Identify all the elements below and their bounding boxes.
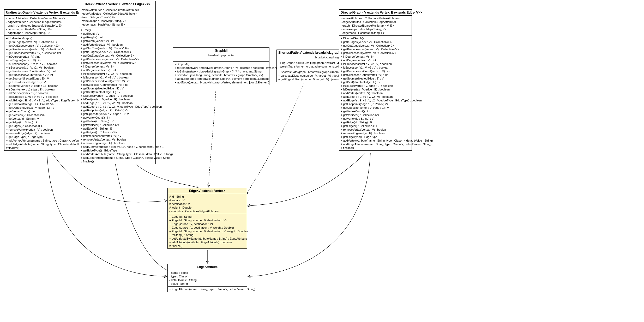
uml-member-line: + inDegree(vertex : V) : int <box>6 55 75 58</box>
uml-member-line: - graph : UndirectedSparseMultigraph<V, … <box>6 24 75 27</box>
uml-member-line: + save(file : java.lang.String, network … <box>175 73 268 77</box>
uml-member-line: - defaultValue : String <box>169 278 245 282</box>
uml-member-line: + getEdges() : Collection<E> <box>341 124 410 128</box>
uml-member-line: + getEdge(id : String) : E <box>6 120 75 124</box>
uml-member-line: + getEdge(id : String) : E <box>81 127 154 130</box>
uml-member-line: + addVertex(vertex : V) : boolean <box>81 43 154 46</box>
uml-member-line: + getPredecessors(vertex : V) : Collecti… <box>6 47 75 51</box>
uml-member-line: - tree : DelegateTree<V, E> <box>81 15 154 19</box>
uml-member-line: + Edge(source : V, destination : V) <box>169 222 245 226</box>
uml-member-line: + getVertices() : Collection<V> <box>6 113 75 117</box>
class-directed-graph: DirectedGraph<V extends Vertex, E extend… <box>339 9 412 151</box>
uml-member-line: + getSource(directedEdge : E) : V <box>81 87 154 90</box>
uml-member-line: - edgeAttributes : Collection<EdgeAttrib… <box>81 12 154 15</box>
class-title: Edge<V extends Vertex> <box>168 188 247 194</box>
uml-member-line: + getEndpoints(edge : E) : Pair<V, V> <box>81 108 154 112</box>
uml-member-line: + getPredecessors(vertex : V) : Collecti… <box>81 57 154 61</box>
uml-member-line: + getEdges() : Collection<E> <box>6 124 75 128</box>
uml-member-line: # id : String <box>169 195 245 198</box>
class-package: broadwick.graph.writer <box>173 53 269 58</box>
uml-member-line: - edgeAttributes : Collection<EdgeAttrib… <box>6 20 75 24</box>
uml-member-line: + getOpposite(vertex : V, edge : E) : V <box>81 112 154 116</box>
uml-member-line: + getVertex(id : String) : V <box>6 117 75 120</box>
uml-member-line: + removeVertex(vertex : V) : boolean <box>6 128 75 131</box>
uml-member-line: + addVertexAttribute(name : String, type… <box>341 139 410 142</box>
attrs-section: - vertexAttributes : Collection<VertexAt… <box>79 7 155 27</box>
uml-member-line: + getVertex(id : String) : V <box>341 117 410 120</box>
uml-member-line: + getOutEdges(vertex : V) : Collection<E… <box>341 44 410 47</box>
uml-member-line: + getOpposite(vertex : V, edge : E) : V <box>341 106 410 110</box>
class-title: UndirectedGraph<V extends Vertex, E exte… <box>4 10 77 16</box>
uml-member-line: + Edge(id : String, source : V, destinat… <box>169 218 245 222</box>
class-graphml: GraphMl broadwick.graph.writer - GraphMl… <box>173 47 269 85</box>
uml-member-line: + getSource(directedEdge : E) : V <box>6 77 75 80</box>
uml-member-line: + getOutEdges(vertex : V) : Collection<E… <box>6 44 75 47</box>
uml-member-line: + addEdge(edge : broadwick.graph.Edge<>,… <box>175 77 268 81</box>
uml-member-line: - attributes : Collection<EdgeAttribute> <box>169 209 245 213</box>
uml-member-line: + addEdge(e : E, v1 : V, v2 : V) : boole… <box>81 101 154 105</box>
uml-member-line: + getEdges() : Collection<E> <box>81 130 154 134</box>
uml-member-line: + getEdgeType() : EdgeType <box>81 149 154 152</box>
uml-member-line: + addAttribute(attribute : EdgeAttribute… <box>169 240 245 244</box>
uml-member-line: + getVertex(id : String) : V <box>81 119 154 123</box>
uml-member-line: + Edge(source : V, destination : V, weig… <box>169 226 245 229</box>
uml-member-line: + isPredecessor(v1 : V, v2 : V) : boolea… <box>81 72 154 76</box>
uml-member-line: + getOutEdges(vertex : V) : Collection<E… <box>81 54 154 57</box>
uml-member-line: + getVertexCount() : int <box>341 110 410 113</box>
uml-member-line: + isSuccessor(v1 : V, v2 : V) : boolean <box>81 76 154 79</box>
uml-member-line: + toString(network : broadwick.graph.Gra… <box>175 70 268 73</box>
uml-member-line: + getEdge(id : String) : E <box>341 120 410 124</box>
uml-member-line: + isPredecessor(v1 : V, v2 : V) : boolea… <box>6 62 75 66</box>
class-title: Tree<V extends Vertex, E extends Edge<V>… <box>79 1 155 7</box>
uml-member-line: + isSource(vertex : V, edge : E) : boole… <box>341 84 410 88</box>
uml-member-line: + getSuccessors(vertex : V) : Collection… <box>341 51 410 55</box>
uml-member-line: + getSuccessorCount(vertex : V) : int <box>6 73 75 77</box>
class-title: EdgeAttribute <box>168 264 247 270</box>
uml-member-line: + outDegree(vertex : V) : int <box>6 58 75 62</box>
uml-member-line: + Edge(id : String) <box>169 215 245 218</box>
attrs-section: - name : String- type : Class<>- default… <box>168 270 247 287</box>
uml-member-line: + addVertexAttribute(name : String, type… <box>6 139 75 142</box>
uml-member-line: + inDegree(vertex : V) : int <box>341 55 410 58</box>
uml-member-line: + getVertexCount() : int <box>81 116 154 119</box>
uml-member-line: + removeEdge(edge : E) : boolean <box>6 131 75 135</box>
attrs-section-empty <box>173 58 269 62</box>
uml-canvas: UndirectedGraph<V extends Vertex, E exte… <box>0 0 644 322</box>
uml-member-line: - vertexmaps : HashMap<String, V> <box>81 19 154 23</box>
uml-member-line: - GraphMl() <box>175 62 268 66</box>
ops-section: + Edge(id : String)+ Edge(id : String, s… <box>168 214 247 248</box>
uml-member-line: + inDegree(vertex : V) : int <box>81 65 154 68</box>
uml-member-line: + addVertex(vertex : V) : boolean <box>341 91 410 95</box>
uml-member-line: + getRoot() : V <box>81 32 154 35</box>
uml-member-line: + getPredecessors(vertex : V) : Collecti… <box>341 47 410 51</box>
uml-member-line: + getHeight() : int <box>81 35 154 39</box>
uml-member-line: + getInEdges(vertex : V) : Collection<E> <box>341 40 410 44</box>
uml-member-line: # source : V <box>169 198 245 202</box>
uml-member-line: + getEndpoints(edge : E) : Pair<V, V> <box>341 102 410 106</box>
uml-member-line: - vertexmaps : HashMap<String, V> <box>341 27 410 31</box>
uml-member-line: + removeVertex(vertex : V) : boolean <box>81 138 154 141</box>
uml-member-line: + getDest(directedEdge : E) : V <box>6 80 75 84</box>
class-title: DirectedGraph<V extends Vertex, E extend… <box>339 10 412 16</box>
uml-member-line: + EdgeAttribute(name : String, type : Cl… <box>169 287 245 291</box>
uml-member-line: + isDest(vertex : V, edge : E) : boolean <box>6 88 75 91</box>
ops-section: - GraphMl()+ toString(network : broadwic… <box>173 62 269 85</box>
uml-member-line: - vertexAttributes : Collection<VertexAt… <box>6 16 75 20</box>
uml-member-line: + addNode(vertex : broadwick.graph.Verte… <box>175 81 268 84</box>
class-title: GraphMl <box>173 48 269 53</box>
attrs-section: # id : String# source : V# destination :… <box>168 194 247 214</box>
uml-member-line: # destination : V <box>169 202 245 206</box>
uml-member-line: + addEdge(e : E, v1 : V, v2 : V, edgeTyp… <box>81 105 154 108</box>
uml-member-line: + outDegree(vertex : V) : int <box>341 58 410 62</box>
uml-member-line: + addEdge(e : E, v1 : V, v2 : V) : boole… <box>341 95 410 99</box>
uml-member-line: + toString() : String <box>169 233 245 237</box>
uml-member-line: + isDest(vertex : V, edge : E) : boolean <box>341 88 410 91</box>
uml-member-line: + getAttributeByName(attributeName : Str… <box>169 237 245 240</box>
uml-member-line: + getEdgeType() : EdgeType <box>6 135 75 139</box>
attrs-section: - vertexAttributes : Collection<VertexAt… <box>4 16 77 36</box>
uml-member-line: + addEdge(e : E, v1 : V, v2 : V, edgeTyp… <box>341 99 410 102</box>
uml-member-line: - value : String <box>169 282 245 285</box>
uml-member-line: - edgemaps : HashMap<String, E> <box>6 31 75 35</box>
uml-member-line: + removeEdge(edge : E) : boolean <box>341 131 410 135</box>
class-edge-attribute: EdgeAttribute - name : String- type : Cl… <box>167 264 247 292</box>
